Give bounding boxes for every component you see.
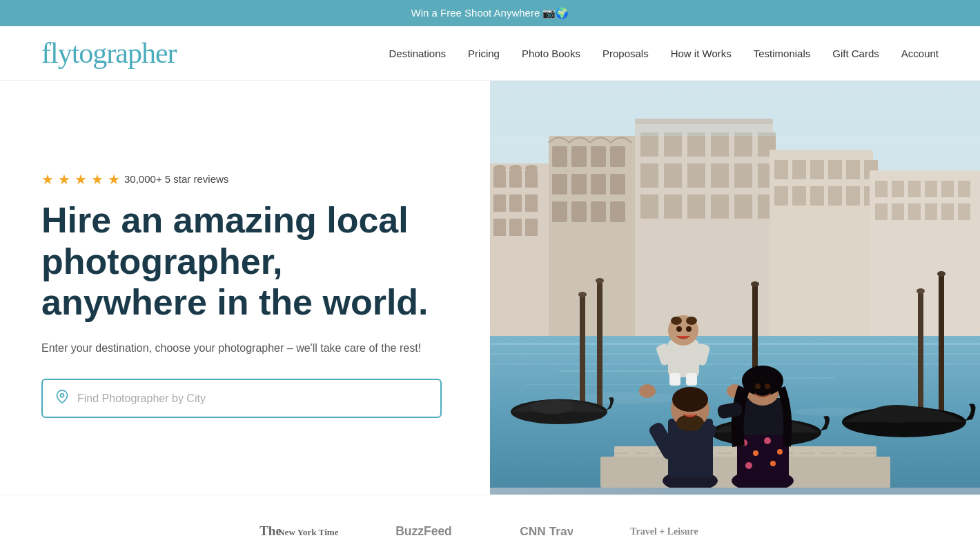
main-nav: Destinations Pricing Photo Books Proposa…: [389, 48, 939, 59]
nav-pricing[interactable]: Pricing: [468, 48, 500, 59]
svg-rect-51: [810, 160, 824, 179]
press-logo-buzzfeed: BuzzFeed: [393, 517, 462, 539]
svg-rect-57: [810, 186, 824, 206]
svg-rect-29: [640, 132, 658, 157]
svg-rect-50: [792, 160, 806, 179]
location-pin-icon: [55, 390, 69, 407]
svg-rect-65: [925, 181, 937, 197]
svg-rect-7: [509, 195, 522, 212]
svg-rect-39: [734, 163, 752, 188]
svg-rect-67: [958, 181, 970, 197]
svg-point-128: [777, 449, 783, 455]
svg-rect-26: [591, 201, 606, 222]
svg-rect-42: [664, 195, 682, 219]
svg-point-129: [745, 462, 752, 469]
star-1: ★: [41, 171, 54, 188]
svg-rect-84: [597, 281, 602, 419]
svg-point-0: [61, 394, 64, 397]
svg-rect-3: [493, 170, 506, 188]
press-logos-section: The New York Times BuzzFeed CNN Travel T…: [0, 495, 980, 538]
svg-rect-53: [846, 160, 860, 179]
nav-proposals[interactable]: Proposals: [602, 48, 649, 59]
banner-text: Win a Free Shoot Anywhere 📷🌍: [411, 7, 569, 19]
svg-rect-11: [525, 219, 538, 236]
svg-rect-4: [509, 170, 522, 188]
svg-rect-75: [490, 343, 980, 345]
svg-rect-120: [686, 373, 697, 386]
svg-point-126: [753, 450, 758, 456]
svg-rect-2: [490, 163, 552, 336]
nav-account[interactable]: Account: [901, 48, 939, 59]
svg-rect-8: [525, 195, 538, 212]
svg-point-98: [870, 405, 925, 423]
svg-rect-35: [640, 163, 658, 188]
stars-row: ★ ★ ★ ★ ★ 30,000+ 5 star reviews: [41, 171, 449, 188]
svg-rect-63: [892, 181, 904, 197]
hero-subtitle: Enter your destination, choose your phot…: [41, 340, 449, 357]
svg-text:CNN Travel: CNN Travel: [520, 524, 573, 538]
nav-gift-cards[interactable]: Gift Cards: [832, 48, 879, 59]
svg-rect-9: [493, 219, 506, 236]
svg-point-108: [692, 406, 698, 410]
nav-photo-books[interactable]: Photo Books: [522, 48, 580, 59]
svg-point-92: [937, 271, 945, 277]
press-logo-nyt: The New York Times: [255, 516, 338, 538]
svg-rect-30: [664, 132, 682, 157]
svg-rect-59: [846, 186, 860, 206]
svg-rect-72: [941, 203, 954, 220]
svg-point-116: [686, 317, 697, 325]
svg-rect-16: [552, 146, 567, 167]
svg-point-14: [525, 165, 538, 172]
svg-rect-70: [908, 203, 921, 220]
svg-rect-137: [490, 81, 980, 136]
star-2: ★: [58, 171, 70, 188]
svg-rect-31: [687, 132, 705, 157]
svg-rect-38: [711, 163, 729, 188]
search-placeholder-text: Find Photographer by City: [77, 392, 206, 405]
svg-rect-45: [734, 195, 752, 219]
svg-rect-64: [908, 181, 921, 197]
svg-rect-56: [792, 186, 806, 206]
svg-point-115: [671, 317, 682, 325]
hero-left: ★ ★ ★ ★ ★ 30,000+ 5 star reviews Hire an…: [0, 81, 490, 495]
nav-how-it-works[interactable]: How it Works: [671, 48, 732, 59]
svg-point-107: [683, 406, 688, 410]
svg-rect-73: [958, 203, 970, 220]
svg-rect-76: [490, 353, 980, 355]
svg-rect-19: [610, 146, 625, 167]
svg-rect-6: [493, 195, 506, 212]
svg-rect-18: [591, 146, 606, 167]
svg-rect-10: [509, 219, 522, 236]
svg-rect-17: [571, 146, 587, 167]
hero-section: ★ ★ ★ ★ ★ 30,000+ 5 star reviews Hire an…: [0, 81, 980, 495]
press-logo-traveler: Travel + Leisure: [628, 516, 725, 538]
svg-point-111: [639, 384, 656, 398]
svg-rect-27: [610, 201, 625, 222]
svg-rect-86: [918, 291, 923, 419]
svg-point-12: [493, 165, 506, 172]
svg-point-134: [755, 383, 761, 389]
svg-rect-87: [939, 274, 944, 419]
star-3: ★: [75, 171, 87, 188]
nav-destinations[interactable]: Destinations: [389, 48, 447, 59]
svg-rect-23: [610, 174, 625, 195]
star-5: ★: [108, 171, 120, 188]
svg-rect-25: [571, 201, 587, 222]
svg-point-96: [531, 400, 573, 414]
press-logo-cnn: CNN Travel: [518, 517, 573, 539]
svg-rect-21: [571, 174, 587, 195]
city-search-box[interactable]: Find Photographer by City: [41, 379, 442, 418]
svg-point-90: [751, 281, 759, 287]
svg-rect-22: [591, 174, 606, 195]
site-logo[interactable]: flytographer: [41, 39, 177, 68]
svg-rect-62: [875, 181, 888, 197]
svg-point-127: [764, 437, 771, 444]
svg-point-118: [686, 326, 692, 332]
svg-rect-83: [580, 295, 585, 419]
svg-text:BuzzFeed: BuzzFeed: [395, 524, 452, 537]
svg-point-88: [578, 292, 587, 297]
svg-rect-24: [552, 201, 567, 222]
svg-point-89: [596, 278, 604, 283]
svg-rect-80: [525, 384, 732, 385]
nav-testimonials[interactable]: Testimonials: [754, 48, 811, 59]
